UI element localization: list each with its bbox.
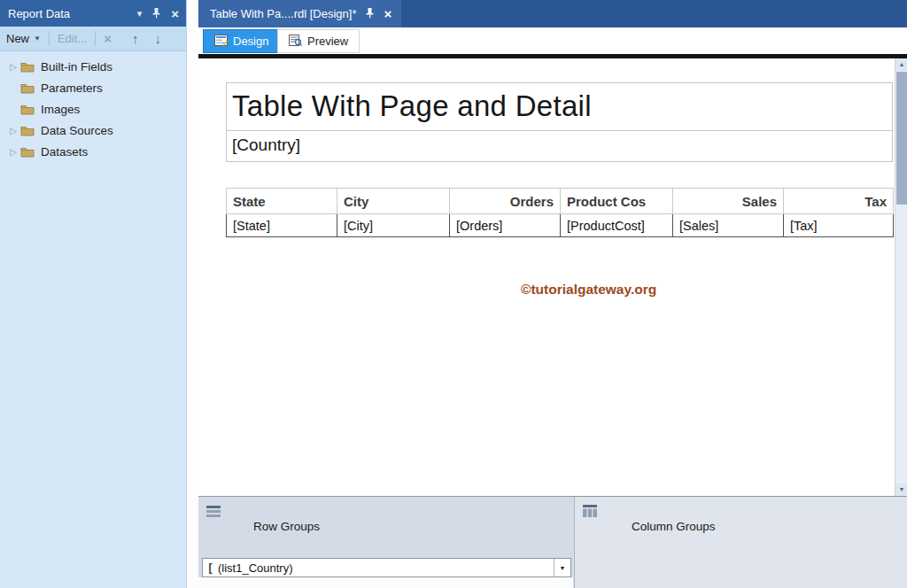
folder-icon — [20, 125, 39, 136]
toolbar-separator — [95, 31, 96, 46]
folder-icon — [20, 104, 39, 115]
preview-icon — [289, 35, 302, 49]
vertical-scrollbar[interactable]: ▲ ▼ — [895, 58, 907, 496]
tablix-header-cell[interactable]: Orders — [450, 189, 561, 214]
tab-design[interactable]: Design — [203, 29, 280, 53]
report-data-panel: Report Data ▾ × New ▼ Edit... × ↑ ↓ ▷ — [0, 0, 187, 588]
row-group-item[interactable]: [ (list1_Country) ▼ — [202, 558, 571, 577]
folder-icon — [20, 61, 39, 73]
grouping-pane-footer — [198, 577, 573, 588]
scroll-down-icon[interactable]: ▼ — [895, 484, 907, 496]
tree-item-parameters[interactable]: Parameters — [0, 77, 186, 98]
design-icon — [214, 35, 228, 49]
tab-preview[interactable]: Preview — [277, 29, 360, 53]
window-menu-chevron-icon[interactable]: ▾ — [137, 9, 143, 19]
tablix-header-cell[interactable]: Tax — [784, 189, 894, 214]
document-tab[interactable]: Table With Pa....rdl [Design]* × — [198, 0, 401, 27]
tab-preview-label: Preview — [307, 35, 348, 48]
tree-item-label: Data Sources — [41, 124, 113, 137]
column-groups-section: Column Groups — [574, 496, 907, 588]
report-tablix[interactable]: State City Orders Product Cos Sales Tax … — [226, 188, 894, 237]
tree-item-label: Datasets — [41, 145, 88, 159]
document-tab-strip: Table With Pa....rdl [Design]* × — [198, 0, 907, 27]
move-up-icon[interactable]: ↑ — [132, 31, 139, 46]
column-groups-label: Column Groups — [632, 520, 716, 533]
tree-item-label: Built-in Fields — [41, 60, 112, 74]
row-groups-section: Row Groups [ (list1_Country) ▼ — [198, 496, 574, 588]
tablix-detail-cell[interactable]: [ProductCost] — [561, 214, 673, 237]
tablix-header-cell[interactable]: Product Cos — [561, 189, 673, 214]
tablix-detail-cell[interactable]: [City] — [337, 214, 450, 237]
tablix-detail-cell[interactable]: [State] — [227, 214, 337, 237]
grouping-pane: Row Groups [ (list1_Country) ▼ Column Gr… — [198, 496, 907, 588]
new-button-label: New — [6, 32, 29, 45]
tab-pin-icon[interactable] — [365, 7, 375, 21]
tree-item-data-sources[interactable]: ▷ Data Sources — [0, 120, 186, 141]
watermark-text: ©tutorialgateway.org — [521, 282, 656, 298]
tablix-detail-cell[interactable]: [Sales] — [673, 214, 784, 237]
view-mode-bar: Design Preview — [198, 27, 907, 54]
folder-icon — [20, 82, 39, 94]
move-down-icon[interactable]: ↓ — [154, 31, 161, 46]
tablix-detail-cell[interactable]: [Tax] — [784, 214, 894, 237]
expand-arrow-icon[interactable]: ▷ — [6, 126, 20, 135]
tree-item-built-in-fields[interactable]: ▷ Built-in Fields — [0, 56, 186, 77]
country-textbox[interactable]: [Country] — [226, 131, 893, 162]
column-groups-icon — [582, 504, 598, 522]
group-dropdown-button[interactable]: ▼ — [554, 559, 570, 576]
report-title-textbox[interactable]: Table With Page and Detail — [226, 82, 893, 131]
tablix-header-cell[interactable]: State — [227, 189, 337, 214]
tree-item-images[interactable]: Images — [0, 98, 186, 120]
panel-splitter[interactable] — [187, 0, 198, 588]
toolbar-separator — [49, 31, 50, 46]
scroll-up-icon[interactable]: ▲ — [895, 58, 907, 71]
chevron-down-icon: ▼ — [34, 35, 41, 43]
report-data-toolbar: New ▼ Edit... × ↑ ↓ — [0, 27, 186, 51]
expand-arrow-icon[interactable]: ▷ — [6, 147, 20, 157]
close-icon[interactable]: × — [171, 7, 179, 20]
row-group-name: (list1_Country) — [218, 561, 554, 575]
tablix-header-row: State City Orders Product Cos Sales Tax — [227, 189, 894, 214]
tab-close-icon[interactable]: × — [384, 7, 391, 20]
tree-item-label: Images — [41, 103, 80, 116]
tablix-header-cell[interactable]: Sales — [673, 189, 784, 214]
new-button[interactable]: New ▼ — [6, 32, 41, 45]
document-tab-title: Table With Pa....rdl [Design]* — [210, 7, 356, 20]
report-design-surface[interactable]: Table With Page and Detail [Country] Sta… — [198, 58, 895, 496]
edit-button[interactable]: Edit... — [58, 32, 87, 45]
tablix-detail-cell[interactable]: [Orders] — [450, 214, 561, 237]
tablix-header-cell[interactable]: City — [337, 189, 450, 214]
report-data-tree: ▷ Built-in Fields Parameters Images — [0, 51, 186, 162]
folder-icon — [20, 146, 39, 158]
report-data-titlebar[interactable]: Report Data ▾ × — [0, 0, 186, 27]
panel-title: Report Data — [8, 7, 128, 20]
pin-icon[interactable] — [151, 7, 161, 20]
ssrs-report-designer-window: Report Data ▾ × New ▼ Edit... × ↑ ↓ ▷ — [0, 0, 907, 588]
tab-design-label: Design — [233, 35, 268, 48]
expand-arrow-icon[interactable]: ▷ — [6, 62, 20, 72]
tablix-detail-row: [State] [City] [Orders] [ProductCost] [S… — [227, 214, 894, 237]
scrollbar-thumb[interactable] — [896, 72, 907, 205]
row-groups-icon — [205, 504, 221, 522]
tree-item-label: Parameters — [41, 81, 103, 95]
delete-icon[interactable]: × — [104, 31, 112, 46]
tree-item-datasets[interactable]: ▷ Datasets — [0, 141, 186, 162]
row-groups-label: Row Groups — [253, 520, 320, 533]
group-bracket-icon: [ — [203, 561, 218, 574]
